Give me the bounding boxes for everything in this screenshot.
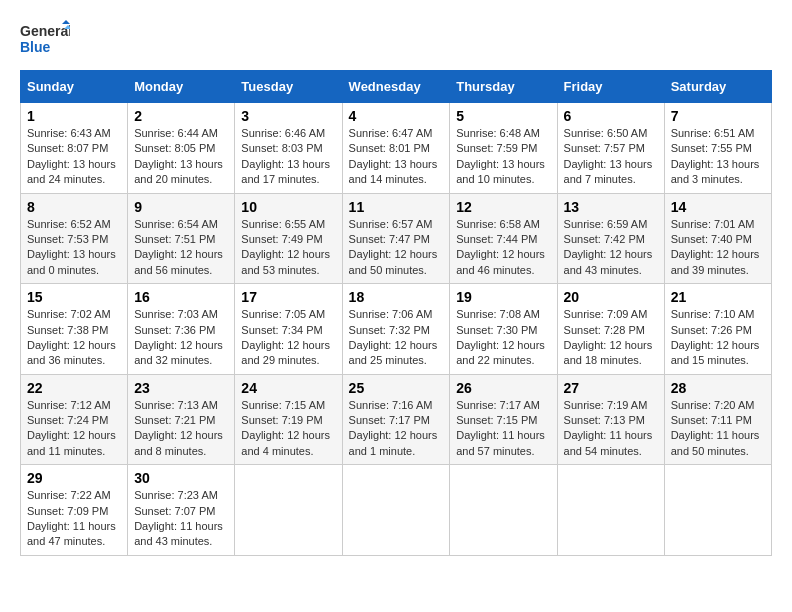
calendar-cell: 29Sunrise: 7:22 AMSunset: 7:09 PMDayligh… — [21, 465, 128, 556]
day-number: 8 — [27, 199, 121, 215]
day-info: Sunrise: 7:13 AMSunset: 7:21 PMDaylight:… — [134, 398, 228, 460]
day-info: Sunrise: 7:09 AMSunset: 7:28 PMDaylight:… — [564, 307, 658, 369]
day-number: 7 — [671, 108, 765, 124]
day-info: Sunrise: 7:02 AMSunset: 7:38 PMDaylight:… — [27, 307, 121, 369]
day-info: Sunrise: 7:23 AMSunset: 7:07 PMDaylight:… — [134, 488, 228, 550]
calendar-cell: 21Sunrise: 7:10 AMSunset: 7:26 PMDayligh… — [664, 284, 771, 375]
calendar-cell: 8Sunrise: 6:52 AMSunset: 7:53 PMDaylight… — [21, 193, 128, 284]
day-number: 26 — [456, 380, 550, 396]
calendar-cell: 12Sunrise: 6:58 AMSunset: 7:44 PMDayligh… — [450, 193, 557, 284]
day-info: Sunrise: 7:06 AMSunset: 7:32 PMDaylight:… — [349, 307, 444, 369]
calendar-week-row: 29Sunrise: 7:22 AMSunset: 7:09 PMDayligh… — [21, 465, 772, 556]
day-info: Sunrise: 6:51 AMSunset: 7:55 PMDaylight:… — [671, 126, 765, 188]
day-number: 6 — [564, 108, 658, 124]
calendar-cell: 27Sunrise: 7:19 AMSunset: 7:13 PMDayligh… — [557, 374, 664, 465]
column-header-monday: Monday — [128, 71, 235, 103]
day-info: Sunrise: 7:12 AMSunset: 7:24 PMDaylight:… — [27, 398, 121, 460]
day-info: Sunrise: 7:15 AMSunset: 7:19 PMDaylight:… — [241, 398, 335, 460]
day-info: Sunrise: 6:59 AMSunset: 7:42 PMDaylight:… — [564, 217, 658, 279]
calendar-week-row: 8Sunrise: 6:52 AMSunset: 7:53 PMDaylight… — [21, 193, 772, 284]
day-info: Sunrise: 6:47 AMSunset: 8:01 PMDaylight:… — [349, 126, 444, 188]
calendar-cell: 1Sunrise: 6:43 AMSunset: 8:07 PMDaylight… — [21, 103, 128, 194]
calendar-cell: 18Sunrise: 7:06 AMSunset: 7:32 PMDayligh… — [342, 284, 450, 375]
calendar-cell: 9Sunrise: 6:54 AMSunset: 7:51 PMDaylight… — [128, 193, 235, 284]
calendar-cell: 20Sunrise: 7:09 AMSunset: 7:28 PMDayligh… — [557, 284, 664, 375]
day-number: 28 — [671, 380, 765, 396]
day-number: 23 — [134, 380, 228, 396]
calendar-cell: 16Sunrise: 7:03 AMSunset: 7:36 PMDayligh… — [128, 284, 235, 375]
svg-marker-2 — [62, 20, 70, 24]
day-info: Sunrise: 7:16 AMSunset: 7:17 PMDaylight:… — [349, 398, 444, 460]
calendar-cell: 26Sunrise: 7:17 AMSunset: 7:15 PMDayligh… — [450, 374, 557, 465]
calendar-cell: 2Sunrise: 6:44 AMSunset: 8:05 PMDaylight… — [128, 103, 235, 194]
day-number: 17 — [241, 289, 335, 305]
day-number: 4 — [349, 108, 444, 124]
calendar-cell: 19Sunrise: 7:08 AMSunset: 7:30 PMDayligh… — [450, 284, 557, 375]
day-info: Sunrise: 6:44 AMSunset: 8:05 PMDaylight:… — [134, 126, 228, 188]
calendar-cell: 22Sunrise: 7:12 AMSunset: 7:24 PMDayligh… — [21, 374, 128, 465]
calendar-cell — [557, 465, 664, 556]
svg-text:Blue: Blue — [20, 39, 51, 55]
day-number: 24 — [241, 380, 335, 396]
day-number: 2 — [134, 108, 228, 124]
day-number: 25 — [349, 380, 444, 396]
calendar-week-row: 1Sunrise: 6:43 AMSunset: 8:07 PMDaylight… — [21, 103, 772, 194]
day-number: 18 — [349, 289, 444, 305]
calendar-week-row: 15Sunrise: 7:02 AMSunset: 7:38 PMDayligh… — [21, 284, 772, 375]
day-info: Sunrise: 6:46 AMSunset: 8:03 PMDaylight:… — [241, 126, 335, 188]
calendar-cell — [342, 465, 450, 556]
calendar-cell: 17Sunrise: 7:05 AMSunset: 7:34 PMDayligh… — [235, 284, 342, 375]
day-number: 27 — [564, 380, 658, 396]
calendar-cell: 6Sunrise: 6:50 AMSunset: 7:57 PMDaylight… — [557, 103, 664, 194]
calendar-cell — [664, 465, 771, 556]
day-info: Sunrise: 7:10 AMSunset: 7:26 PMDaylight:… — [671, 307, 765, 369]
calendar-cell: 5Sunrise: 6:48 AMSunset: 7:59 PMDaylight… — [450, 103, 557, 194]
calendar-week-row: 22Sunrise: 7:12 AMSunset: 7:24 PMDayligh… — [21, 374, 772, 465]
day-number: 20 — [564, 289, 658, 305]
day-number: 22 — [27, 380, 121, 396]
calendar-cell — [450, 465, 557, 556]
calendar-cell: 7Sunrise: 6:51 AMSunset: 7:55 PMDaylight… — [664, 103, 771, 194]
column-header-sunday: Sunday — [21, 71, 128, 103]
day-info: Sunrise: 6:55 AMSunset: 7:49 PMDaylight:… — [241, 217, 335, 279]
day-info: Sunrise: 7:08 AMSunset: 7:30 PMDaylight:… — [456, 307, 550, 369]
day-number: 30 — [134, 470, 228, 486]
calendar-cell: 3Sunrise: 6:46 AMSunset: 8:03 PMDaylight… — [235, 103, 342, 194]
day-info: Sunrise: 6:50 AMSunset: 7:57 PMDaylight:… — [564, 126, 658, 188]
day-number: 9 — [134, 199, 228, 215]
column-header-friday: Friday — [557, 71, 664, 103]
day-number: 16 — [134, 289, 228, 305]
day-info: Sunrise: 7:05 AMSunset: 7:34 PMDaylight:… — [241, 307, 335, 369]
day-number: 19 — [456, 289, 550, 305]
svg-text:General: General — [20, 23, 70, 39]
day-info: Sunrise: 7:22 AMSunset: 7:09 PMDaylight:… — [27, 488, 121, 550]
logo: General Blue — [20, 20, 70, 60]
day-info: Sunrise: 7:01 AMSunset: 7:40 PMDaylight:… — [671, 217, 765, 279]
day-info: Sunrise: 6:43 AMSunset: 8:07 PMDaylight:… — [27, 126, 121, 188]
column-header-thursday: Thursday — [450, 71, 557, 103]
day-number: 29 — [27, 470, 121, 486]
column-header-wednesday: Wednesday — [342, 71, 450, 103]
calendar-cell: 4Sunrise: 6:47 AMSunset: 8:01 PMDaylight… — [342, 103, 450, 194]
calendar-cell: 28Sunrise: 7:20 AMSunset: 7:11 PMDayligh… — [664, 374, 771, 465]
calendar-cell: 14Sunrise: 7:01 AMSunset: 7:40 PMDayligh… — [664, 193, 771, 284]
day-number: 12 — [456, 199, 550, 215]
day-number: 5 — [456, 108, 550, 124]
calendar-cell: 15Sunrise: 7:02 AMSunset: 7:38 PMDayligh… — [21, 284, 128, 375]
day-info: Sunrise: 6:54 AMSunset: 7:51 PMDaylight:… — [134, 217, 228, 279]
day-info: Sunrise: 7:17 AMSunset: 7:15 PMDaylight:… — [456, 398, 550, 460]
day-info: Sunrise: 7:20 AMSunset: 7:11 PMDaylight:… — [671, 398, 765, 460]
day-number: 21 — [671, 289, 765, 305]
day-info: Sunrise: 6:57 AMSunset: 7:47 PMDaylight:… — [349, 217, 444, 279]
calendar-cell: 24Sunrise: 7:15 AMSunset: 7:19 PMDayligh… — [235, 374, 342, 465]
day-info: Sunrise: 7:19 AMSunset: 7:13 PMDaylight:… — [564, 398, 658, 460]
day-info: Sunrise: 6:52 AMSunset: 7:53 PMDaylight:… — [27, 217, 121, 279]
column-header-tuesday: Tuesday — [235, 71, 342, 103]
logo-svg: General Blue — [20, 20, 70, 60]
day-number: 13 — [564, 199, 658, 215]
calendar-cell: 23Sunrise: 7:13 AMSunset: 7:21 PMDayligh… — [128, 374, 235, 465]
day-number: 3 — [241, 108, 335, 124]
calendar-table: SundayMondayTuesdayWednesdayThursdayFrid… — [20, 70, 772, 556]
column-header-saturday: Saturday — [664, 71, 771, 103]
calendar-cell: 25Sunrise: 7:16 AMSunset: 7:17 PMDayligh… — [342, 374, 450, 465]
